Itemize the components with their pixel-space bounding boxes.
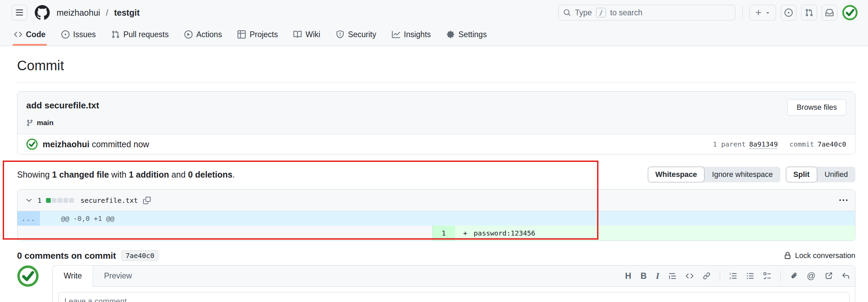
- tab-actions[interactable]: Actions: [179, 23, 228, 46]
- notifications-inbox-button[interactable]: [822, 5, 837, 20]
- tab-preview[interactable]: Preview: [93, 266, 143, 286]
- page-title: Commit: [17, 58, 855, 73]
- search-placeholder-suffix: to search: [610, 8, 642, 17]
- committer-avatar[interactable]: [26, 138, 38, 150]
- breadcrumb-owner[interactable]: meizhaohui: [57, 8, 100, 17]
- comments-title: 0 comments on commit 7ae40c0: [17, 250, 158, 261]
- file-name-link[interactable]: securefile.txt: [80, 196, 138, 205]
- whitespace-button[interactable]: Whitespace: [648, 167, 704, 182]
- tab-settings[interactable]: Settings: [441, 23, 492, 46]
- breadcrumb-separator: /: [106, 8, 108, 17]
- commit-sha: 7ae40c0: [818, 140, 846, 148]
- bulleted-list-icon[interactable]: [746, 272, 754, 280]
- diff-view-controls: Whitespace Ignore whitespace Split Unifi…: [648, 167, 855, 182]
- tab-code[interactable]: Code: [8, 23, 51, 46]
- copy-file-path-button[interactable]: [143, 197, 151, 204]
- period: .: [232, 170, 235, 179]
- added-line-number[interactable]: 1: [432, 226, 455, 241]
- diffstat-neutral-block: [52, 198, 57, 203]
- code-icon[interactable]: [686, 272, 694, 280]
- browse-files-button[interactable]: Browse files: [787, 99, 846, 116]
- numbered-list-icon[interactable]: 12: [729, 272, 737, 280]
- three-bars-icon: [15, 9, 24, 17]
- triangle-down-icon: [765, 10, 771, 16]
- tab-label: Insights: [404, 30, 431, 39]
- breadcrumb-repo[interactable]: testgit: [114, 8, 140, 17]
- tab-label: Pull requests: [123, 30, 169, 39]
- additions-count: 1 addition: [129, 170, 169, 179]
- comments-header-row: 0 comments on commit 7ae40c0 Lock conver…: [17, 250, 855, 261]
- committer-login[interactable]: meizhaohui: [43, 139, 90, 149]
- file-options-kebab-button[interactable]: [839, 196, 848, 205]
- app-header: meizhaohui / testgit Type / to search: [0, 0, 868, 46]
- heading-icon[interactable]: H: [625, 271, 631, 281]
- git-branch-icon: [26, 119, 33, 126]
- bold-icon[interactable]: B: [640, 271, 646, 281]
- added-line-sign: +: [463, 229, 467, 237]
- pull-requests-global-button[interactable]: [801, 5, 817, 20]
- diffstat-neutral-block: [58, 198, 62, 203]
- play-icon: [184, 30, 193, 39]
- shield-icon: [336, 30, 344, 39]
- tab-label: Issues: [73, 30, 96, 39]
- attach-file-paperclip-icon[interactable]: [790, 272, 798, 280]
- diffstat-blocks: [46, 198, 74, 203]
- comment-composer: Write Preview H B I: [17, 265, 855, 302]
- issues-global-button[interactable]: [781, 5, 796, 20]
- commit-card-meta-row: meizhaohui committed now 1 parent8a91349…: [17, 134, 855, 154]
- tab-pull-requests[interactable]: Pull requests: [106, 23, 174, 46]
- parent-sha-link[interactable]: 8a91349: [749, 140, 778, 148]
- and-word: and: [171, 170, 186, 179]
- unified-view-button[interactable]: Unified: [817, 167, 855, 182]
- hamburger-menu-button[interactable]: [12, 5, 27, 20]
- github-logo[interactable]: [35, 5, 50, 20]
- comment-textarea[interactable]: [58, 292, 850, 302]
- file-diff-card: 1 securefile.txt ... @@ -0,0 +1 @@ 1 +pa…: [17, 189, 855, 241]
- tab-write[interactable]: Write: [52, 265, 93, 287]
- toolbar-divider: [780, 271, 781, 281]
- file-diff-header: 1 securefile.txt: [17, 190, 855, 211]
- git-pull-request-icon: [111, 30, 120, 39]
- task-list-icon[interactable]: [763, 272, 771, 280]
- italic-icon[interactable]: I: [656, 271, 659, 281]
- lock-conversation-button[interactable]: Lock conversation: [784, 251, 855, 260]
- tab-insights[interactable]: Insights: [386, 23, 437, 46]
- search-input[interactable]: Type / to search: [558, 5, 735, 20]
- split-unified-segmented-control: Split Unified: [786, 167, 855, 182]
- hunk-header-text: @@ -0,0 +1 @@: [40, 211, 855, 226]
- cross-reference-icon[interactable]: [825, 272, 833, 280]
- tab-security[interactable]: Security: [330, 23, 382, 46]
- create-new-button[interactable]: [749, 5, 776, 20]
- markdown-toolbar: H B I 12: [625, 266, 850, 286]
- committed-time-text: committed now: [92, 139, 149, 149]
- table-icon: [238, 30, 246, 39]
- global-nav-actions: Type / to search: [558, 5, 858, 20]
- split-view-button[interactable]: Split: [786, 167, 817, 182]
- slash-key-hint: /: [596, 8, 606, 17]
- diff-summary-text: Showing 1 changed file with 1 addition a…: [17, 170, 235, 180]
- commit-label: commit: [789, 140, 814, 148]
- diff-hunk-row: ... @@ -0,0 +1 @@: [17, 211, 855, 226]
- ignore-whitespace-button[interactable]: Ignore whitespace: [704, 167, 780, 182]
- tab-issues[interactable]: Issues: [56, 23, 102, 46]
- expand-hunk-button[interactable]: ...: [17, 211, 40, 226]
- commit-card-header: add securefile.txt Browse files main: [17, 92, 855, 134]
- tab-projects[interactable]: Projects: [232, 23, 284, 46]
- search-icon: [563, 9, 571, 16]
- quote-icon[interactable]: [669, 272, 676, 280]
- graph-icon: [392, 30, 400, 39]
- tab-wiki[interactable]: Wiki: [288, 23, 326, 46]
- mention-icon[interactable]: @: [807, 271, 816, 281]
- saved-replies-reply-icon[interactable]: [842, 272, 850, 280]
- green-check-avatar-icon: [17, 265, 39, 287]
- added-line-code: password:123456: [474, 229, 535, 237]
- link-icon[interactable]: [703, 272, 711, 280]
- committer-info: meizhaohui committed now: [26, 138, 149, 150]
- collapse-file-chevron-down-icon[interactable]: [25, 196, 33, 205]
- title-divider: [17, 82, 855, 82]
- user-avatar[interactable]: [842, 5, 858, 20]
- tab-label: Projects: [249, 30, 278, 39]
- with-word: with: [111, 170, 126, 179]
- branch-name[interactable]: main: [37, 118, 54, 127]
- svg-text:1: 1: [729, 272, 731, 275]
